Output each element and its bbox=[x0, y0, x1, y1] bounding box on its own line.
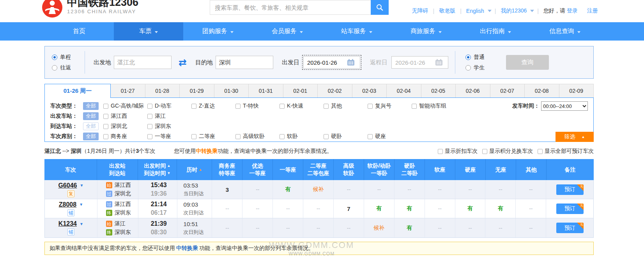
filter-option[interactable]: 软卧 bbox=[280, 133, 324, 140]
filter-option[interactable]: 复兴号 bbox=[368, 103, 412, 110]
display-option[interactable]: 显示积分兑换车次 bbox=[482, 148, 533, 155]
top-link[interactable]: 我的12306 bbox=[501, 7, 527, 14]
column-header[interactable]: 优选一等座 bbox=[242, 159, 273, 180]
filter-option[interactable]: T-特快 bbox=[235, 103, 280, 110]
all-badge[interactable]: 全部 bbox=[83, 133, 99, 140]
checkbox-icon[interactable] bbox=[324, 104, 329, 109]
sort-icon[interactable]: ▲ bbox=[199, 166, 202, 173]
filter-option[interactable]: 湛江 bbox=[147, 113, 191, 120]
date-tab[interactable]: 01-27 bbox=[111, 84, 145, 98]
date-tab[interactable]: 01-28 bbox=[145, 84, 180, 98]
transfer-link[interactable]: 中转换乘 bbox=[196, 148, 218, 154]
column-header[interactable]: 车次 bbox=[44, 159, 97, 180]
nav-item[interactable]: 商旅服务 bbox=[391, 22, 461, 41]
search-button[interactable] bbox=[371, 0, 389, 15]
column-header[interactable]: 出发时间▲到达时间▼ bbox=[138, 159, 177, 180]
from-station-input[interactable] bbox=[114, 56, 172, 69]
filter-option[interactable]: 湛江西 bbox=[103, 113, 147, 120]
column-header[interactable]: 其他 bbox=[516, 159, 547, 180]
train-number-link[interactable]: G6046 bbox=[58, 182, 77, 189]
date-tab[interactable]: 02-01 bbox=[283, 84, 318, 98]
date-tab[interactable]: 02-07 bbox=[490, 84, 525, 98]
column-header[interactable]: 备注 bbox=[547, 159, 594, 180]
expand-caret-icon[interactable]: ▼ bbox=[80, 183, 83, 188]
date-tab[interactable]: 01-31 bbox=[249, 84, 283, 98]
passenger-type-radio[interactable]: 普通 bbox=[465, 54, 490, 61]
checkbox-icon[interactable] bbox=[538, 149, 543, 154]
date-tab[interactable]: 02-08 bbox=[525, 84, 559, 98]
filter-option[interactable]: 深圳东 bbox=[147, 123, 191, 130]
checkbox-icon[interactable] bbox=[438, 149, 443, 154]
column-header[interactable]: 高级软卧 bbox=[334, 159, 364, 180]
register-link[interactable]: 注册 bbox=[587, 7, 598, 14]
checkbox-icon[interactable] bbox=[191, 104, 196, 109]
checkbox-icon[interactable] bbox=[191, 134, 196, 139]
checkbox-icon[interactable] bbox=[147, 134, 152, 139]
date-tab[interactable]: 02-06 bbox=[456, 84, 490, 98]
depart-date-input[interactable] bbox=[304, 59, 346, 66]
checkbox-icon[interactable] bbox=[235, 104, 241, 109]
expand-caret-icon[interactable]: ▼ bbox=[80, 222, 83, 226]
top-link[interactable]: English bbox=[466, 8, 484, 14]
checkbox-icon[interactable] bbox=[412, 104, 417, 109]
checkbox-icon[interactable] bbox=[103, 104, 108, 109]
checkbox-icon[interactable] bbox=[368, 104, 373, 109]
date-tab[interactable]: 02-03 bbox=[352, 84, 387, 98]
checkbox-icon[interactable] bbox=[103, 134, 108, 139]
checkbox-icon[interactable] bbox=[103, 114, 108, 119]
filter-option[interactable]: 智能动车组 bbox=[412, 103, 456, 110]
trip-type-radio[interactable]: 单程 bbox=[52, 54, 79, 61]
column-header[interactable]: 出发站到达站 bbox=[97, 159, 138, 180]
column-header[interactable]: 无座 bbox=[486, 159, 516, 180]
query-button[interactable]: 查询 bbox=[506, 55, 549, 70]
train-number-link[interactable]: K1234 bbox=[58, 220, 77, 227]
filter-option[interactable]: 二等座 bbox=[191, 133, 235, 140]
filter-option[interactable]: 高级软卧 bbox=[235, 133, 280, 140]
sort-icon[interactable]: ▼ bbox=[167, 170, 171, 177]
transfer-link[interactable]: 中转换乘 bbox=[176, 245, 198, 252]
date-tab[interactable]: 01-29 bbox=[180, 84, 214, 98]
all-badge[interactable]: 全部 bbox=[83, 102, 99, 110]
column-header[interactable]: 一等座 bbox=[273, 159, 303, 180]
filter-option[interactable]: 其他 bbox=[324, 103, 368, 110]
nav-item[interactable]: 信息查询 bbox=[530, 22, 600, 41]
filter-option[interactable]: K-快速 bbox=[280, 103, 324, 110]
book-button[interactable]: 预订兑 bbox=[556, 184, 584, 195]
all-badge[interactable]: 全部 bbox=[83, 122, 99, 130]
filter-option[interactable]: 深圳北 bbox=[103, 123, 147, 130]
nav-item[interactable]: 会员服务 bbox=[253, 22, 322, 41]
calendar-icon[interactable] bbox=[347, 59, 355, 66]
checkbox-icon[interactable] bbox=[368, 134, 373, 139]
checkbox-icon[interactable] bbox=[324, 134, 329, 139]
swap-stations-button[interactable]: ⇄ bbox=[179, 58, 187, 67]
depart-time-select[interactable]: 00:00--24:00 bbox=[541, 101, 588, 111]
date-tab[interactable]: 02-05 bbox=[421, 84, 456, 98]
nav-item[interactable]: 站车服务 bbox=[322, 22, 391, 41]
trip-type-radio[interactable]: 往返 bbox=[52, 64, 79, 71]
checkbox-icon[interactable] bbox=[147, 124, 152, 129]
column-header[interactable]: 二等座二等包座 bbox=[303, 159, 334, 180]
filter-option[interactable]: 硬座 bbox=[368, 133, 412, 140]
top-link[interactable]: 无障碍 bbox=[412, 7, 428, 14]
checkbox-icon[interactable] bbox=[103, 124, 108, 129]
expand-caret-icon[interactable]: ▼ bbox=[79, 202, 83, 207]
display-option[interactable]: 显示折扣车次 bbox=[438, 148, 478, 155]
column-header[interactable]: 软座 bbox=[425, 159, 455, 180]
to-station-input[interactable] bbox=[216, 56, 273, 69]
checkbox-icon[interactable] bbox=[482, 149, 487, 154]
filter-button[interactable]: 筛选 ▲ bbox=[556, 132, 594, 142]
checkbox-icon[interactable] bbox=[147, 114, 152, 119]
filter-option[interactable]: D-动车 bbox=[147, 103, 191, 110]
all-badge[interactable]: 全部 bbox=[83, 112, 99, 120]
nav-item[interactable]: 首页 bbox=[44, 22, 114, 41]
filter-option[interactable]: GC-高铁/城际 bbox=[103, 103, 147, 110]
login-link[interactable]: 登录 bbox=[567, 7, 578, 14]
sort-icon[interactable]: ▲ bbox=[167, 162, 171, 170]
checkbox-icon[interactable] bbox=[235, 134, 241, 139]
checkbox-icon[interactable] bbox=[147, 104, 152, 109]
column-header[interactable]: 商务座特等座 bbox=[212, 159, 242, 180]
date-tab[interactable]: 02-02 bbox=[318, 84, 352, 98]
checkbox-icon[interactable] bbox=[280, 104, 285, 109]
logo[interactable]: 中国铁路12306 12306 CHINA RAILWAY bbox=[41, 0, 138, 18]
date-tab[interactable]: 01-30 bbox=[214, 84, 249, 98]
